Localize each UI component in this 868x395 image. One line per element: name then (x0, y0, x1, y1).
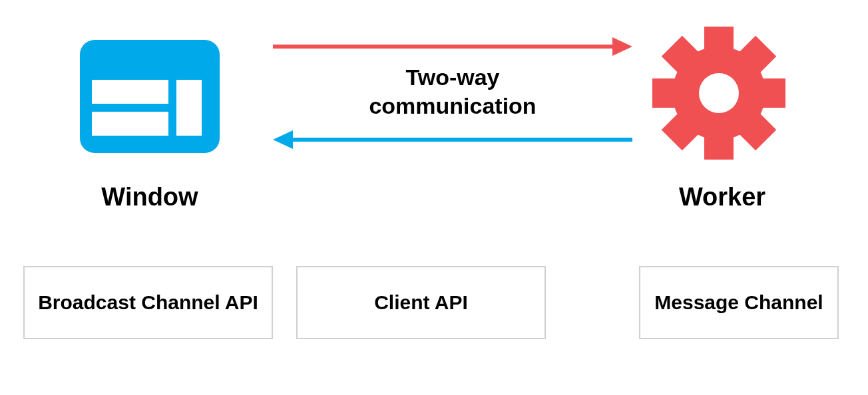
diagram-stage: Window Two-way communication (0, 0, 868, 395)
api-box-client-label: Client API (374, 291, 468, 315)
browser-window-icon (80, 40, 220, 153)
worker-label: Worker (652, 183, 792, 211)
svg-rect-2 (92, 112, 168, 136)
two-way-line1: Two-way (273, 63, 632, 92)
arrow-left-icon (273, 126, 632, 153)
window-label: Window (80, 183, 220, 211)
api-box-message-label: Message Channel (654, 291, 823, 315)
svg-rect-1 (92, 80, 168, 104)
svg-point-13 (699, 73, 739, 113)
api-box-message: Message Channel (639, 266, 839, 339)
api-box-broadcast-label: Broadcast Channel API (38, 291, 258, 315)
two-way-line2: communication (273, 92, 632, 120)
svg-rect-3 (176, 80, 202, 136)
api-box-broadcast: Broadcast Channel API (23, 266, 273, 339)
two-way-label: Two-way communication (273, 63, 632, 120)
api-box-client: Client API (296, 266, 546, 339)
arrow-right-icon (273, 33, 632, 60)
gear-icon (652, 27, 785, 160)
